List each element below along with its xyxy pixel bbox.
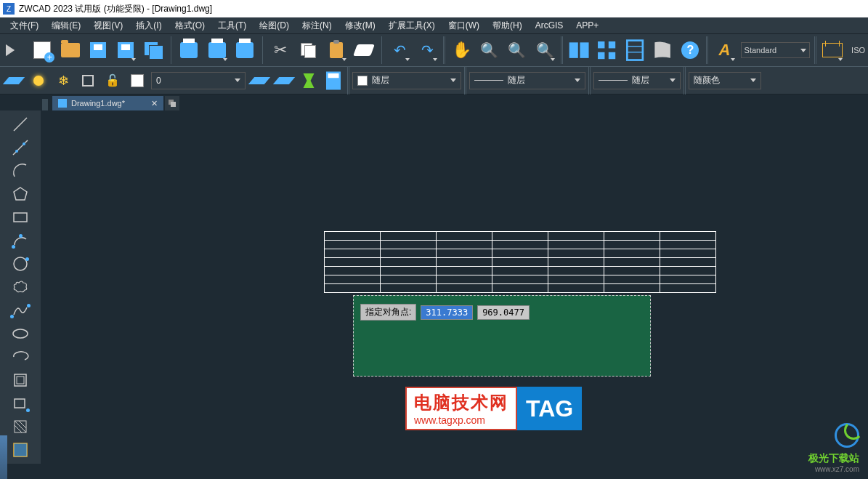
btn-text[interactable]: A (713, 38, 736, 63)
dynamic-input-x[interactable]: 311.7333 (421, 305, 473, 320)
tool-polygon[interactable] (9, 183, 32, 205)
btn-saveas[interactable] (114, 38, 137, 63)
btn-publish[interactable] (233, 38, 256, 63)
svg-rect-3 (609, 41, 615, 48)
btn-layer-freeze[interactable]: ❄ (52, 70, 74, 92)
tool-ellipse-arc[interactable] (9, 346, 32, 368)
btn-sheetset[interactable] (651, 38, 674, 63)
zoom-icon: 🔍 (480, 41, 498, 59)
menu-tools[interactable]: 工具(T) (212, 18, 252, 33)
btn-flyout[interactable] (3, 38, 26, 63)
bulb-icon (33, 76, 44, 86)
layerstate-icon (251, 74, 267, 87)
file-tab-drawing1[interactable]: Drawing1.dwg* ✕ (52, 96, 163, 110)
btn-zoom-prev[interactable]: 🔍 (533, 38, 556, 63)
btn-dimension[interactable] (821, 38, 844, 63)
plotstyle-select[interactable]: 随颜色 (689, 72, 761, 89)
btn-undo[interactable]: ↶ (388, 38, 411, 63)
svg-rect-18 (14, 213, 27, 222)
tool-xline[interactable] (9, 137, 32, 158)
menu-express[interactable]: 扩展工具(X) (383, 18, 441, 33)
btn-saveall[interactable] (142, 38, 165, 63)
layer-select[interactable]: 0 (151, 72, 246, 89)
svg-rect-4 (598, 52, 604, 59)
watermark-tagxp: 电脑技术网 www.tagxp.com TAG (405, 387, 582, 430)
dropdown-icon (235, 79, 240, 82)
tool-block[interactable] (9, 369, 32, 391)
menu-format[interactable]: 格式(O) (169, 18, 211, 33)
lock-icon: 🔓 (105, 73, 120, 87)
linetype-select[interactable]: 随层 (469, 72, 585, 89)
tool-line[interactable] (9, 113, 32, 135)
btn-layer-lock[interactable]: 🔓 (102, 70, 123, 92)
menu-view[interactable]: 视图(V) (88, 18, 129, 33)
btn-paste[interactable] (324, 38, 347, 63)
btn-designcenter[interactable] (595, 38, 618, 63)
dropdown-icon (670, 79, 676, 82)
tabbar-handle[interactable] (42, 99, 48, 110)
btn-save[interactable] (86, 38, 110, 63)
menu-modify[interactable]: 修改(M) (339, 18, 381, 33)
app-icon: Z (3, 3, 15, 15)
dropdown-icon (800, 49, 806, 52)
tool-circle[interactable] (9, 253, 32, 275)
cad-table-entity (324, 231, 716, 293)
color-bylayer-select[interactable]: 随层 (352, 72, 461, 89)
pan-icon: ✋ (452, 41, 471, 60)
btn-cut[interactable]: ✂ (269, 38, 292, 63)
btn-layer-iso[interactable] (298, 70, 320, 92)
zoom-prev-icon: 🔍 (536, 41, 554, 59)
menu-edit[interactable]: 编辑(E) (46, 18, 86, 33)
menu-file[interactable]: 文件(F) (4, 18, 44, 33)
btn-layer-state[interactable] (248, 70, 270, 92)
tool-point[interactable] (9, 393, 32, 414)
drawing-canvas[interactable]: 指定对角点: 311.7333 969.0477 电脑技术网 www.tagxp… (41, 110, 868, 479)
text-style-select[interactable]: Standard (741, 42, 810, 58)
btn-toolpalettes[interactable] (623, 38, 646, 63)
btn-print-preview[interactable] (206, 38, 229, 63)
new-tab-button[interactable] (165, 96, 179, 110)
menu-appplus[interactable]: APP+ (570, 19, 604, 32)
menu-dimension[interactable]: 标注(N) (296, 18, 338, 33)
btn-pan[interactable]: ✋ (450, 38, 473, 63)
tool-revcloud[interactable] (9, 276, 32, 298)
btn-redo[interactable]: ↷ (415, 38, 439, 63)
tab-close-icon[interactable]: ✕ (151, 99, 158, 108)
btn-copy[interactable] (296, 38, 320, 63)
btn-layer-on[interactable] (28, 70, 49, 92)
btn-layer-color[interactable] (126, 70, 148, 92)
btn-print[interactable] (177, 38, 200, 63)
lineweight-select[interactable]: 随层 (593, 72, 681, 89)
btn-props[interactable] (567, 38, 591, 63)
dynamic-input: 指定对角点: 311.7333 969.0477 (360, 304, 530, 321)
menu-draw[interactable]: 绘图(D) (253, 18, 295, 33)
btn-zoom-realtime[interactable]: 🔍 (478, 38, 501, 63)
btn-help[interactable]: ? (678, 38, 702, 63)
tool-gradient[interactable] (9, 439, 32, 461)
lineweight-label: 随层 (632, 74, 649, 86)
btn-layer-prev[interactable] (273, 70, 295, 92)
tool-rectangle[interactable] (9, 206, 32, 228)
dynamic-input-y[interactable]: 969.0477 (477, 305, 530, 320)
viewport-icon (82, 75, 94, 86)
menu-insert[interactable]: 插入(I) (130, 18, 167, 33)
menu-arcgis[interactable]: ArcGIS (530, 19, 569, 32)
tool-arc3pt[interactable] (9, 230, 32, 251)
btn-layer-props[interactable] (3, 70, 25, 92)
menu-help[interactable]: 帮助(H) (487, 18, 528, 33)
tool-hatch[interactable] (9, 416, 32, 438)
btn-layer-vp[interactable] (77, 70, 99, 92)
btn-open[interactable] (58, 38, 81, 63)
tool-arc[interactable] (9, 160, 32, 182)
btn-zoom-window[interactable]: 🔍 (506, 38, 529, 63)
svg-rect-0 (569, 42, 578, 57)
tool-ellipse[interactable] (9, 323, 32, 345)
svg-rect-6 (627, 41, 642, 60)
btn-matchprop[interactable] (352, 38, 376, 63)
menu-window[interactable]: 窗口(W) (442, 18, 485, 33)
watermark-xz7: 极光下载站 www.xz7.com (808, 423, 859, 473)
btn-new[interactable] (31, 38, 54, 63)
tool-spline[interactable] (9, 299, 32, 321)
svg-point-16 (23, 142, 25, 145)
btn-layer-calc[interactable] (323, 70, 344, 92)
